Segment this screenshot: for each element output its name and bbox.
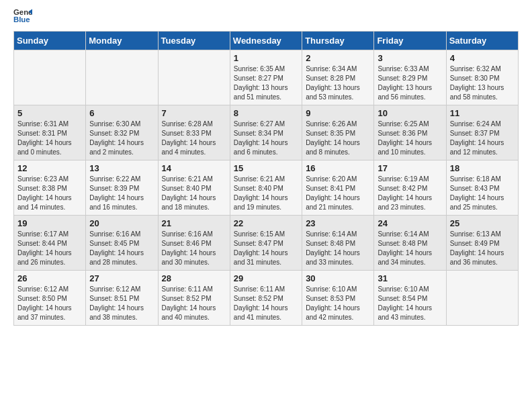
day-info: Sunrise: 6:33 AM Sunset: 8:29 PM Dayligh… bbox=[378, 64, 442, 102]
calendar-cell: 27Sunrise: 6:12 AM Sunset: 8:51 PM Dayli… bbox=[86, 271, 158, 326]
calendar-cell: 22Sunrise: 6:15 AM Sunset: 8:47 PM Dayli… bbox=[230, 216, 302, 271]
day-number: 16 bbox=[306, 163, 370, 173]
calendar-cell: 29Sunrise: 6:11 AM Sunset: 8:52 PM Dayli… bbox=[230, 271, 302, 326]
weekday-header-monday: Monday bbox=[86, 32, 158, 50]
calendar-week-row: 26Sunrise: 6:12 AM Sunset: 8:50 PM Dayli… bbox=[14, 271, 519, 326]
day-info: Sunrise: 6:26 AM Sunset: 8:35 PM Dayligh… bbox=[306, 120, 370, 157]
calendar-cell: 4Sunrise: 6:32 AM Sunset: 8:30 PM Daylig… bbox=[446, 50, 518, 105]
day-number: 1 bbox=[234, 53, 298, 63]
day-info: Sunrise: 6:16 AM Sunset: 8:46 PM Dayligh… bbox=[162, 230, 226, 267]
day-number: 15 bbox=[234, 163, 298, 173]
calendar-cell: 9Sunrise: 6:26 AM Sunset: 8:35 PM Daylig… bbox=[302, 105, 374, 161]
day-info: Sunrise: 6:16 AM Sunset: 8:45 PM Dayligh… bbox=[89, 230, 154, 267]
day-number: 24 bbox=[378, 218, 442, 228]
calendar-cell: 14Sunrise: 6:21 AM Sunset: 8:40 PM Dayli… bbox=[158, 161, 230, 216]
calendar-cell bbox=[158, 50, 230, 105]
day-info: Sunrise: 6:35 AM Sunset: 8:27 PM Dayligh… bbox=[234, 64, 298, 102]
weekday-header-row: SundayMondayTuesdayWednesdayThursdayFrid… bbox=[14, 32, 519, 50]
calendar-cell bbox=[14, 50, 86, 105]
day-number: 11 bbox=[450, 108, 515, 118]
day-number: 13 bbox=[89, 163, 154, 173]
calendar-week-row: 19Sunrise: 6:17 AM Sunset: 8:44 PM Dayli… bbox=[14, 216, 519, 271]
calendar-cell: 25Sunrise: 6:13 AM Sunset: 8:49 PM Dayli… bbox=[446, 216, 518, 271]
calendar-cell: 11Sunrise: 6:24 AM Sunset: 8:37 PM Dayli… bbox=[446, 105, 518, 161]
logo-icon: General Blue bbox=[13, 7, 32, 26]
day-number: 23 bbox=[306, 218, 370, 228]
weekday-header-sunday: Sunday bbox=[14, 32, 86, 50]
calendar-cell: 31Sunrise: 6:10 AM Sunset: 8:54 PM Dayli… bbox=[374, 271, 446, 326]
header: General Blue bbox=[13, 7, 519, 26]
day-info: Sunrise: 6:25 AM Sunset: 8:36 PM Dayligh… bbox=[378, 120, 442, 157]
calendar-cell: 17Sunrise: 6:19 AM Sunset: 8:42 PM Dayli… bbox=[374, 161, 446, 216]
day-number: 6 bbox=[89, 108, 154, 118]
calendar-week-row: 1Sunrise: 6:35 AM Sunset: 8:27 PM Daylig… bbox=[14, 50, 519, 105]
day-info: Sunrise: 6:21 AM Sunset: 8:40 PM Dayligh… bbox=[162, 175, 226, 212]
day-info: Sunrise: 6:19 AM Sunset: 8:42 PM Dayligh… bbox=[378, 175, 442, 212]
page: General Blue SundayMondayTuesdayWednesda… bbox=[0, 0, 532, 332]
day-number: 4 bbox=[450, 53, 515, 63]
calendar-cell: 24Sunrise: 6:14 AM Sunset: 8:48 PM Dayli… bbox=[374, 216, 446, 271]
day-number: 2 bbox=[306, 53, 370, 63]
calendar-cell: 2Sunrise: 6:34 AM Sunset: 8:28 PM Daylig… bbox=[302, 50, 374, 105]
calendar-cell: 1Sunrise: 6:35 AM Sunset: 8:27 PM Daylig… bbox=[230, 50, 302, 105]
day-info: Sunrise: 6:31 AM Sunset: 8:31 PM Dayligh… bbox=[17, 120, 82, 157]
day-info: Sunrise: 6:32 AM Sunset: 8:30 PM Dayligh… bbox=[450, 64, 515, 102]
day-number: 3 bbox=[378, 53, 442, 63]
svg-text:Blue: Blue bbox=[13, 15, 30, 24]
calendar-cell: 20Sunrise: 6:16 AM Sunset: 8:45 PM Dayli… bbox=[86, 216, 158, 271]
calendar-cell: 12Sunrise: 6:23 AM Sunset: 8:38 PM Dayli… bbox=[14, 161, 86, 216]
calendar-cell: 26Sunrise: 6:12 AM Sunset: 8:50 PM Dayli… bbox=[14, 271, 86, 326]
day-info: Sunrise: 6:23 AM Sunset: 8:38 PM Dayligh… bbox=[17, 175, 82, 212]
calendar-cell bbox=[446, 271, 518, 326]
day-number: 8 bbox=[234, 108, 298, 118]
day-number: 29 bbox=[234, 273, 298, 283]
day-number: 26 bbox=[17, 273, 82, 283]
calendar-week-row: 12Sunrise: 6:23 AM Sunset: 8:38 PM Dayli… bbox=[14, 161, 519, 216]
day-number: 5 bbox=[17, 108, 82, 118]
day-info: Sunrise: 6:13 AM Sunset: 8:49 PM Dayligh… bbox=[450, 230, 515, 267]
day-info: Sunrise: 6:30 AM Sunset: 8:32 PM Dayligh… bbox=[89, 120, 154, 157]
logo: General Blue bbox=[13, 7, 32, 26]
day-number: 27 bbox=[89, 273, 154, 283]
calendar-header: SundayMondayTuesdayWednesdayThursdayFrid… bbox=[14, 32, 519, 50]
day-number: 7 bbox=[162, 108, 226, 118]
day-info: Sunrise: 6:12 AM Sunset: 8:51 PM Dayligh… bbox=[89, 285, 154, 322]
day-info: Sunrise: 6:34 AM Sunset: 8:28 PM Dayligh… bbox=[306, 64, 370, 102]
weekday-header-wednesday: Wednesday bbox=[230, 32, 302, 50]
day-info: Sunrise: 6:11 AM Sunset: 8:52 PM Dayligh… bbox=[234, 285, 298, 322]
weekday-header-friday: Friday bbox=[374, 32, 446, 50]
weekday-header-saturday: Saturday bbox=[446, 32, 518, 50]
day-info: Sunrise: 6:11 AM Sunset: 8:52 PM Dayligh… bbox=[162, 285, 226, 322]
day-number: 9 bbox=[306, 108, 370, 118]
day-info: Sunrise: 6:10 AM Sunset: 8:54 PM Dayligh… bbox=[378, 285, 442, 322]
day-info: Sunrise: 6:18 AM Sunset: 8:43 PM Dayligh… bbox=[450, 175, 515, 212]
calendar-week-row: 5Sunrise: 6:31 AM Sunset: 8:31 PM Daylig… bbox=[14, 105, 519, 161]
day-number: 19 bbox=[17, 218, 82, 228]
day-number: 14 bbox=[162, 163, 226, 173]
calendar-body: 1Sunrise: 6:35 AM Sunset: 8:27 PM Daylig… bbox=[14, 50, 519, 326]
calendar-cell: 15Sunrise: 6:21 AM Sunset: 8:40 PM Dayli… bbox=[230, 161, 302, 216]
day-info: Sunrise: 6:27 AM Sunset: 8:34 PM Dayligh… bbox=[234, 120, 298, 157]
day-number: 31 bbox=[378, 273, 442, 283]
calendar-cell bbox=[86, 50, 158, 105]
calendar-cell: 8Sunrise: 6:27 AM Sunset: 8:34 PM Daylig… bbox=[230, 105, 302, 161]
calendar-table: SundayMondayTuesdayWednesdayThursdayFrid… bbox=[13, 31, 519, 326]
day-info: Sunrise: 6:10 AM Sunset: 8:53 PM Dayligh… bbox=[306, 285, 370, 322]
day-info: Sunrise: 6:22 AM Sunset: 8:39 PM Dayligh… bbox=[89, 175, 154, 212]
calendar-cell: 7Sunrise: 6:28 AM Sunset: 8:33 PM Daylig… bbox=[158, 105, 230, 161]
calendar-cell: 5Sunrise: 6:31 AM Sunset: 8:31 PM Daylig… bbox=[14, 105, 86, 161]
day-info: Sunrise: 6:21 AM Sunset: 8:40 PM Dayligh… bbox=[234, 175, 298, 212]
day-info: Sunrise: 6:24 AM Sunset: 8:37 PM Dayligh… bbox=[450, 120, 515, 157]
day-info: Sunrise: 6:15 AM Sunset: 8:47 PM Dayligh… bbox=[234, 230, 298, 267]
calendar-cell: 16Sunrise: 6:20 AM Sunset: 8:41 PM Dayli… bbox=[302, 161, 374, 216]
calendar-cell: 3Sunrise: 6:33 AM Sunset: 8:29 PM Daylig… bbox=[374, 50, 446, 105]
day-number: 17 bbox=[378, 163, 442, 173]
day-info: Sunrise: 6:20 AM Sunset: 8:41 PM Dayligh… bbox=[306, 175, 370, 212]
day-number: 22 bbox=[234, 218, 298, 228]
day-info: Sunrise: 6:14 AM Sunset: 8:48 PM Dayligh… bbox=[378, 230, 442, 267]
day-number: 12 bbox=[17, 163, 82, 173]
day-info: Sunrise: 6:28 AM Sunset: 8:33 PM Dayligh… bbox=[162, 120, 226, 157]
day-number: 21 bbox=[162, 218, 226, 228]
day-number: 10 bbox=[378, 108, 442, 118]
day-info: Sunrise: 6:12 AM Sunset: 8:50 PM Dayligh… bbox=[17, 285, 82, 322]
